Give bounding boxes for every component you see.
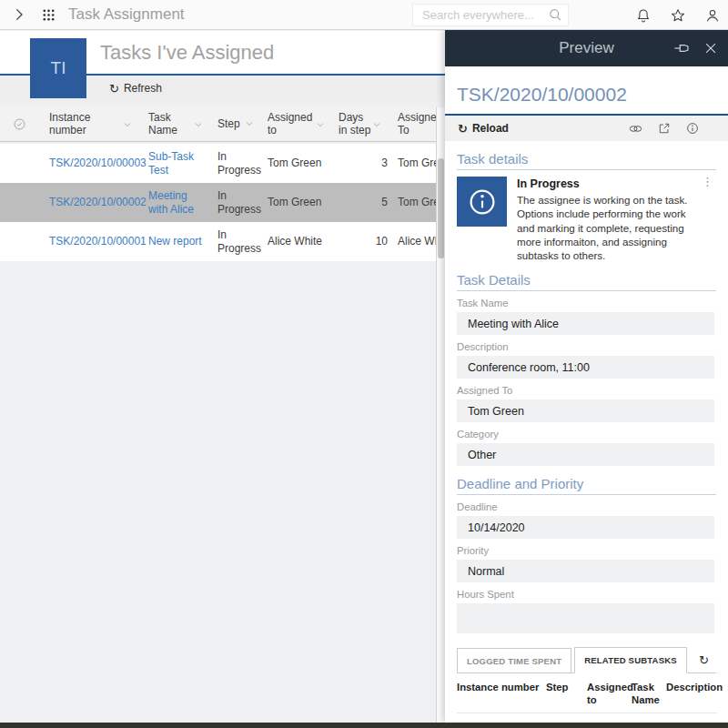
open-in-new-icon — [657, 121, 672, 136]
field-label: Assigned To — [457, 385, 714, 396]
task-name-link[interactable]: New report — [140, 235, 211, 248]
task-name-link[interactable]: Meeting with Alice — [140, 189, 211, 217]
instance-link[interactable]: TSK/2020/10/00001 — [38, 235, 140, 248]
preview-title: Preview — [559, 39, 613, 57]
tab-related-subtasks[interactable]: RELATED SUBTASKS — [574, 647, 687, 673]
assigned-to-cell: Alice White — [262, 235, 333, 248]
field-label: Deadline — [457, 501, 714, 512]
assigned-to-2-cell: Tom Green — [389, 196, 436, 209]
section-header-deadline-priority: Deadline and Priority — [457, 476, 716, 495]
column-label: Days in step — [339, 112, 371, 137]
status-info-tile — [457, 177, 507, 227]
tab-logged-time-spent[interactable]: LOGGED TIME SPENT — [457, 648, 571, 672]
field-value: Meeting with Alice — [457, 312, 714, 335]
avatar: TI — [30, 38, 86, 98]
column-header-step[interactable]: Step — [211, 118, 262, 131]
check-circle-icon — [13, 117, 26, 131]
avatar-initials: TI — [51, 58, 66, 78]
column-header-assigned-to[interactable]: Assigned to — [262, 112, 333, 137]
subtask-column-description: Description — [666, 673, 717, 712]
column-label: Task Name — [148, 112, 185, 137]
person-icon — [704, 7, 721, 24]
select-all-button[interactable] — [13, 117, 26, 131]
app-launcher-button[interactable] — [42, 8, 56, 22]
column-header-task-name[interactable]: Task Name — [140, 112, 211, 137]
table-header: Instance number Task Name Step Assigned … — [0, 107, 436, 142]
assigned-to-cell: Tom Green — [262, 157, 333, 170]
preview-toolbar: ↻ Reload — [445, 116, 728, 141]
copy-link-button[interactable] — [628, 121, 643, 136]
field-assigned-to: Assigned To Tom Green — [457, 385, 714, 422]
subtask-tabs: LOGGED TIME SPENT RELATED SUBTASKS ↻ — [457, 647, 716, 673]
column-header-assigned-to-2[interactable]: Assigned To — [389, 112, 436, 137]
status-card: In Progress The assignee is working on t… — [457, 177, 716, 262]
subtask-description-cell: This is a test. — [666, 713, 717, 723]
step-cell: In Progress — [211, 150, 262, 177]
pin-panel-button[interactable] — [673, 39, 692, 57]
list-scrollbar[interactable] — [436, 107, 445, 723]
favorites-button[interactable] — [670, 7, 686, 24]
search-icon[interactable] — [548, 7, 562, 22]
days-in-step-cell: 10 — [333, 235, 389, 248]
chevron-down-icon[interactable] — [122, 119, 133, 130]
chevron-down-icon[interactable] — [244, 118, 255, 129]
assigned-to-cell: Tom Green — [262, 196, 333, 209]
subtask-assigned-to-cell: Tom Green — [587, 713, 632, 723]
close-panel-button[interactable] — [703, 40, 719, 56]
chevron-down-icon[interactable] — [315, 119, 326, 130]
chevron-down-icon[interactable] — [371, 119, 382, 130]
app-root: Task Assignment — [0, 0, 728, 728]
assigned-to-2-cell: Alice White — [389, 235, 436, 248]
field-label: Hours Spent — [457, 589, 714, 600]
assigned-to-2-cell: Tom Green — [389, 157, 436, 170]
refresh-label: Refresh — [124, 82, 162, 95]
subtask-instance-link[interactable]: TSK/2020/10/00003 — [457, 713, 546, 723]
link-icon — [628, 121, 643, 136]
refresh-button[interactable]: ↻ Refresh — [109, 82, 162, 95]
task-name-link[interactable]: Sub-Task Test — [140, 150, 211, 177]
column-label: Instance number — [49, 112, 106, 137]
open-record-button[interactable] — [657, 121, 672, 136]
status-description: The assignee is working on the task. Opt… — [517, 193, 716, 262]
search-input[interactable] — [412, 4, 569, 26]
table-row[interactable]: TSK/2020/10/00001 New report In Progress… — [0, 222, 436, 261]
table-row[interactable]: TSK/2020/10/00003 Sub-Task Test In Progr… — [0, 144, 436, 183]
column-header-instance-number[interactable]: Instance number — [38, 112, 140, 137]
instance-link[interactable]: TSK/2020/10/00002 — [38, 196, 140, 209]
field-label: Category — [457, 429, 714, 440]
info-circle-icon — [685, 121, 700, 136]
field-value: 10/14/2020 — [457, 516, 714, 539]
subtasks-refresh-button[interactable]: ↻ — [699, 654, 709, 666]
chevron-down-icon[interactable] — [193, 119, 204, 130]
field-deadline: Deadline 10/14/2020 — [457, 501, 714, 539]
status-menu-button[interactable]: ⋮ — [702, 175, 713, 188]
subtask-row[interactable]: TSK/2020/10/00003 In Progress Tom Green … — [457, 713, 717, 723]
pin-icon — [673, 39, 692, 57]
field-label: Priority — [457, 545, 714, 556]
instance-link[interactable]: TSK/2020/10/00003 — [38, 157, 140, 170]
field-value — [457, 603, 714, 633]
subtasks-table: Instance number Step Assigned to Task Na… — [457, 673, 717, 723]
field-value: Other — [457, 443, 714, 466]
task-table-body: TSK/2020/10/00003 Sub-Task Test In Progr… — [0, 144, 436, 261]
section-header-task-details: Task Details — [457, 272, 716, 291]
field-label: Task Name — [457, 298, 714, 308]
refresh-icon: ↻ — [109, 83, 119, 95]
field-hours-spent: Hours Spent — [457, 589, 714, 633]
account-button[interactable] — [704, 7, 721, 24]
step-cell: In Progress — [211, 189, 262, 217]
star-icon — [670, 7, 686, 24]
page-title: Tasks I've Assigned — [100, 41, 274, 65]
reload-button[interactable]: ↻ Reload — [458, 122, 509, 135]
expand-sidebar-button[interactable] — [11, 6, 27, 23]
record-info-button[interactable] — [685, 121, 700, 136]
notifications-button[interactable] — [635, 7, 652, 24]
field-value: Tom Green — [457, 399, 714, 422]
column-header-days-in-step[interactable]: Days in step — [333, 112, 389, 137]
column-label: Assigned to — [268, 112, 309, 137]
list-scrollbar-thumb[interactable] — [438, 158, 444, 258]
subtask-column-instance: Instance number — [457, 673, 546, 712]
subtask-task-name-link[interactable]: Sub-Task Test — [632, 713, 666, 723]
table-row-selected[interactable]: TSK/2020/10/00002 Meeting with Alice In … — [0, 183, 436, 222]
field-category: Category Other — [457, 429, 714, 466]
